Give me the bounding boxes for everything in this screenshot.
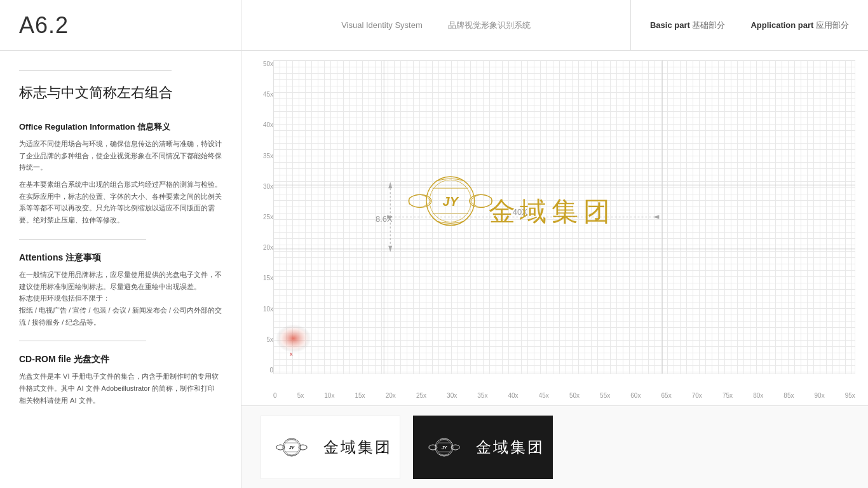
nav-basic: Basic part 基础部分 [650, 20, 726, 31]
y-label-30: 30x [263, 183, 273, 190]
x-axis: 0 5x 10x 15x 20x 25x 30x 35x 40x 45x 50x… [273, 392, 855, 399]
header-center: Visual Identity System 品牌视觉形象识别系统 [241, 0, 631, 50]
y-label-15: 15x [263, 274, 273, 281]
svg-point-13 [276, 325, 311, 353]
header: A6.2 Visual Identity System 品牌视觉形象识别系统 B… [0, 0, 868, 51]
y-label-40: 40x [263, 121, 273, 128]
y-label-25: 25x [263, 214, 273, 220]
brand-text-white-bg: 金域集团 [323, 437, 392, 458]
svg-text:JY: JY [443, 194, 459, 208]
svg-text:8.6X: 8.6X [376, 214, 393, 223]
brand-text-black-bg: 金域集团 [476, 437, 545, 458]
main-content: 50x 45x 40x 35x 30x 25x 20x 15x 10x 5x 0… [241, 51, 868, 488]
y-label-50: 50x [263, 60, 273, 67]
mid-divider [19, 239, 146, 240]
emblem-black-bg: JY [422, 425, 466, 470]
svg-marker-7 [653, 215, 659, 219]
header-left: A6.2 [0, 0, 241, 50]
y-axis: 50x 45x 40x 35x 30x 25x 20x 15x 10x 5x 0 [251, 60, 273, 374]
cdrom-heading: CD-ROM file 光盘文件 [19, 354, 222, 365]
mid-divider-2 [19, 341, 146, 341]
top-divider [19, 70, 172, 71]
svg-text:JY: JY [288, 445, 295, 450]
logo-display: JY 金域集团 JY 金域集团 [241, 405, 868, 488]
header-title-cn: 品牌视觉形象识别系统 [448, 20, 531, 31]
svg-text:x: x [290, 351, 293, 357]
chart-area: 50x 45x 40x 35x 30x 25x 20x 15x 10x 5x 0… [241, 51, 868, 405]
y-label-5: 5x [266, 336, 273, 343]
emblem-white-bg: JY [269, 425, 314, 470]
info-heading: Office Regulation Information 信息释义 [19, 121, 222, 133]
y-label-45: 45x [263, 91, 273, 98]
info-text-1: 为适应不同使用场合与环境，确保信息传达的清晰与准确，特设计了企业品牌的多种组合，… [19, 138, 222, 173]
chart-svg: 40X 8.6X x [273, 60, 855, 374]
nav-application: Application part 应用部分 [750, 20, 849, 31]
cdrom-text: 光盘文件是本 VI 手册电子文件的集合，内含手册制作时的专用软件格式文件。其中 … [19, 370, 222, 406]
y-label-35: 35x [263, 152, 273, 159]
attention-text: 在一般情况下使用品牌标志，应尽量使用提供的光盘电子文件，不建议使用标准制图绘制标… [19, 269, 222, 328]
header-right: Basic part 基础部分 Application part 应用部分 [631, 0, 868, 50]
logo-black-version: JY 金域集团 [413, 416, 553, 479]
y-label-20: 20x [263, 244, 273, 251]
info-text-2: 在基本要素组合系统中出现的组合形式均经过严格的测算与检验。在实际应用中，标志的位… [19, 179, 222, 226]
page-code: A6.2 [19, 12, 69, 39]
svg-text:金域集团: 金域集团 [489, 196, 615, 226]
sidebar: 标志与中文简称左右组合 Office Regulation Informatio… [0, 51, 241, 488]
section-title: 标志与中文简称左右组合 [19, 83, 222, 102]
attention-heading: Attentions 注意事项 [19, 252, 222, 264]
svg-text:JY: JY [441, 445, 447, 450]
logo-white-version: JY 金域集团 [261, 416, 400, 479]
header-title-en: Visual Identity System [341, 20, 423, 30]
y-label-10: 10x [263, 306, 273, 313]
